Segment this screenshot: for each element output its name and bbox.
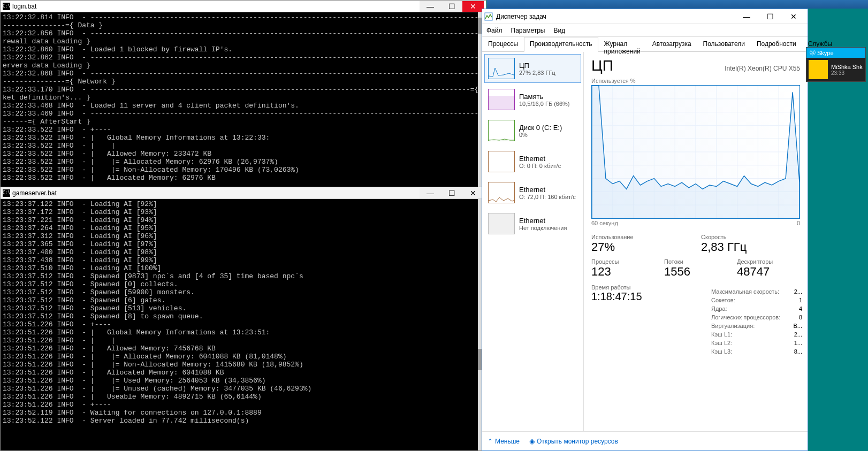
taskmgr-tabs: Процессы Производительность Журнал прило…	[482, 37, 808, 52]
stat-handles: Дескрипторы 48747	[737, 258, 800, 279]
sidebar-eth2-title: Ethernet	[519, 186, 576, 194]
maximize-button[interactable]: ☐	[758, 10, 782, 24]
cmd-icon: C:\	[3, 189, 10, 197]
gameserver-titlebar[interactable]: C:\ gameserver.bat — ☐ ✕	[1, 187, 486, 199]
taskmgr-main-panel: ЦП Intel(R) Xeon(R) CPU X55 Используется…	[584, 52, 808, 431]
sidebar-item-disk[interactable]: Диск 0 (C: E:)0%	[484, 116, 581, 145]
close-button[interactable]: ✕	[782, 10, 805, 24]
sidebar-mem-title: Память	[519, 93, 570, 101]
chart-x-left: 60 секунд	[591, 220, 618, 226]
sidebar-cpu-title: ЦП	[519, 62, 555, 70]
tab-app-history[interactable]: Журнал приложений	[598, 37, 646, 51]
net-off-thumb-icon	[488, 213, 515, 234]
taskmgr-menubar: Файл Параметры Вид	[482, 24, 808, 37]
close-button[interactable]: ✕	[462, 1, 484, 12]
taskmgr-titlebar[interactable]: Диспетчер задач — ☐ ✕	[482, 9, 808, 24]
sidebar-disk-sub: 0%	[519, 132, 562, 138]
taskbar-icon[interactable]	[503, 1, 518, 8]
tab-performance[interactable]: Производительность	[524, 37, 598, 52]
minimize-button[interactable]: —	[735, 10, 758, 24]
minimize-button[interactable]: —	[420, 1, 441, 12]
maximize-button[interactable]: ☐	[441, 1, 462, 12]
taskbar-icon[interactable]	[534, 1, 549, 8]
taskbar-icon[interactable]	[627, 1, 642, 8]
skype-header: ⓈSkype	[806, 48, 865, 58]
skype-time: 23:33	[831, 70, 863, 76]
login-title: login.bat	[12, 3, 420, 10]
tab-details[interactable]: Подробности	[751, 37, 802, 51]
memory-thumb-icon	[488, 89, 515, 110]
login-titlebar[interactable]: C:\ login.bat — ☐ ✕	[1, 1, 486, 12]
sidebar-item-ethernet-3[interactable]: EthernetНет подключения	[484, 209, 581, 238]
sidebar-item-memory[interactable]: Память10,5/16,0 ГБ (66%)	[484, 85, 581, 114]
sidebar-eth1-sub: О: 0 П: 0 кбит/с	[519, 163, 561, 169]
sidebar-item-ethernet-2[interactable]: EthernetО: 72,0 П: 160 кбит/с	[484, 178, 581, 207]
stat-speed: Скорость 2,83 ГГц	[701, 234, 800, 254]
cpu-usage-chart[interactable]	[591, 85, 800, 219]
cpu-heading: ЦП	[591, 57, 613, 74]
fewer-details-button[interactable]: ⌃ Меньше	[488, 438, 520, 445]
sidebar-cpu-sub: 27% 2,83 ГГц	[519, 70, 555, 76]
tab-startup[interactable]: Автозагрузка	[646, 37, 697, 51]
cpu-model: Intel(R) Xeon(R) CPU X55	[725, 65, 800, 72]
tab-processes[interactable]: Процессы	[482, 37, 524, 51]
gameserver-console-output[interactable]: 13:23:37.122 INFO - Loading AI [92%] 13:…	[1, 199, 486, 450]
menu-file[interactable]: Файл	[486, 27, 502, 34]
sidebar-eth2-sub: О: 72,0 П: 160 кбит/с	[519, 194, 576, 200]
net-thumb-icon	[488, 182, 515, 203]
skype-icon: Ⓢ	[810, 49, 816, 57]
avatar	[809, 60, 828, 79]
taskmgr-icon	[484, 12, 493, 21]
sidebar-eth1-title: Ethernet	[519, 155, 561, 163]
stat-utilization: Использование 27%	[591, 234, 690, 254]
svg-rect-1	[489, 96, 514, 110]
menu-options[interactable]: Параметры	[511, 27, 545, 34]
minimize-button[interactable]: —	[420, 188, 441, 198]
sidebar-mem-sub: 10,5/16,0 ГБ (66%)	[519, 101, 570, 107]
task-manager-window: Диспетчер задач — ☐ ✕ Файл Параметры Вид…	[482, 9, 808, 451]
open-resource-monitor-link[interactable]: ◉ Открыть монитор ресурсов	[529, 438, 618, 445]
close-button[interactable]: ✕	[462, 188, 484, 198]
monitor-icon: ◉	[529, 438, 535, 445]
tab-users[interactable]: Пользователи	[697, 37, 751, 51]
skype-notification[interactable]: ⓈSkype MiShka Shk 23:33	[806, 47, 866, 82]
stat-threads: Потоки 1556	[664, 258, 727, 279]
cmd-icon: C:\	[3, 3, 10, 10]
login-console-window: C:\ login.bat — ☐ ✕ 13:22:32.814 INFO - …	[0, 0, 486, 192]
taskbar-icon[interactable]	[596, 1, 611, 8]
stat-processes: Процессы 123	[591, 258, 654, 279]
menu-view[interactable]: Вид	[553, 27, 565, 34]
cpu-thumb-icon	[488, 58, 515, 79]
chart-y-label: Используется %	[591, 78, 800, 84]
taskmgr-footer: ⌃ Меньше ◉ Открыть монитор ресурсов	[482, 431, 808, 450]
sidebar-eth3-title: Ethernet	[519, 217, 567, 225]
skype-contact-name: MiShka Shk	[831, 64, 863, 70]
taskmgr-sidebar: ЦП27% 2,83 ГГц Память10,5/16,0 ГБ (66%) …	[482, 52, 584, 431]
sidebar-item-cpu[interactable]: ЦП27% 2,83 ГГц	[484, 54, 581, 83]
sidebar-eth3-sub: Нет подключения	[519, 225, 567, 231]
chart-x-right: 0	[797, 220, 800, 226]
gameserver-console-window: C:\ gameserver.bat — ☐ ✕ 13:23:37.122 IN…	[0, 187, 486, 451]
disk-thumb-icon	[488, 120, 515, 141]
login-console-output[interactable]: 13:22:32.814 INFO - --------------------…	[1, 12, 486, 191]
cpu-details-list: Максимальная скорость:2... Сокетов:1 Ядр…	[711, 287, 802, 356]
gameserver-title: gameserver.bat	[12, 189, 420, 197]
chevron-up-icon: ⌃	[488, 438, 493, 445]
taskbar-fragment	[487, 0, 868, 9]
sidebar-disk-title: Диск 0 (C: E:)	[519, 124, 562, 132]
net-thumb-icon	[488, 151, 515, 172]
sidebar-item-ethernet-1[interactable]: EthernetО: 0 П: 0 кбит/с	[484, 147, 581, 176]
maximize-button[interactable]: ☐	[441, 188, 462, 198]
taskbar-icon[interactable]	[565, 1, 580, 8]
taskmgr-title: Диспетчер задач	[496, 13, 735, 20]
